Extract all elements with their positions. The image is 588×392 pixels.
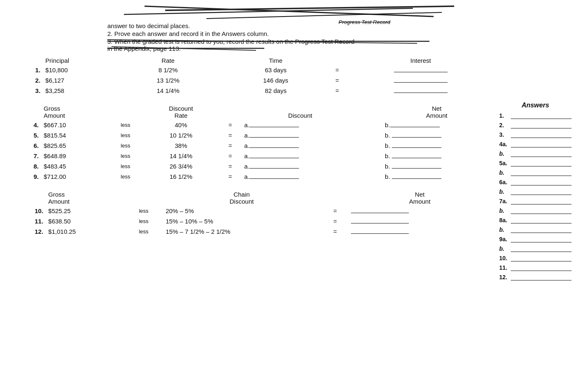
- svg-line-2: [124, 8, 413, 14]
- answer-6a: 6a.: [499, 179, 571, 185]
- section2-table: Gross Amount Discount Rate Discount Net …: [17, 104, 491, 182]
- row10-line: [351, 213, 409, 213]
- answer-2-line: [511, 128, 571, 128]
- header-chain-discount: Chain Discount: [161, 190, 322, 206]
- answer-6b: b.: [499, 188, 571, 195]
- row1-num: 1.: [17, 65, 43, 75]
- left-section: Principal Rate Time Interest 1. $10,800 …: [17, 56, 491, 283]
- section3-row12: 12. $1,010.25 less 15% – 7 1/2% – 2 1/2%…: [17, 226, 491, 237]
- row2-interest-line: [394, 82, 448, 83]
- row2-time: 146 days: [228, 75, 324, 86]
- section1-table: Principal Rate Time Interest 1. $10,800 …: [17, 56, 491, 96]
- answer-3-line: [511, 138, 571, 138]
- row8b-line: [392, 168, 441, 169]
- answer-12-line: [511, 280, 571, 280]
- answer-10-line: [511, 261, 571, 261]
- answer-11-line: [511, 271, 571, 271]
- section1-row1: 1. $10,800 8 1/2% 63 days =: [17, 65, 491, 75]
- answer-6a-line: [511, 185, 571, 185]
- header-gross-amount2: Gross Amount: [46, 190, 126, 206]
- answer-8a-line: [511, 223, 571, 223]
- answer-9a-line: [511, 242, 571, 242]
- svg-line-0: [145, 6, 434, 17]
- header-rate: Rate: [126, 56, 210, 65]
- answer-5a: 5a.: [499, 160, 571, 166]
- answer-5a-line: [511, 166, 571, 166]
- row7b-line: [392, 158, 441, 158]
- svg-line-1: [165, 6, 454, 10]
- row12-line: [351, 233, 409, 234]
- answer-2: 2.: [499, 122, 571, 128]
- header-interest: Interest: [351, 56, 491, 65]
- instr-line3: 3. When the graded test is returned to y…: [107, 38, 571, 45]
- section2-row4: 4. $667.10 less 40% = a. b.: [17, 120, 491, 130]
- answer-11: 11.: [499, 264, 571, 271]
- row4a-line: [249, 127, 299, 127]
- answer-1-line: [511, 119, 571, 119]
- section1-row3: 3. $3,258 14 1/4% 82 days =: [17, 86, 491, 96]
- answer-7b: b.: [499, 207, 571, 214]
- answer-4a-line: [511, 147, 571, 147]
- row6b-line: [392, 147, 441, 148]
- answer-10: 10.: [499, 255, 571, 261]
- answer-9a: 9a.: [499, 236, 571, 242]
- row3-num: 3.: [17, 86, 43, 96]
- answer-7a-line: [511, 204, 571, 204]
- header-discount: Discount: [243, 104, 358, 120]
- answer-9b: b.: [499, 245, 571, 252]
- row3-principal: $3,258: [43, 86, 126, 96]
- section3-row10: 10. $525.25 less 20% – 5% =: [17, 206, 491, 216]
- answer-4a: 4a.: [499, 141, 571, 147]
- section3-table: Gross Amount Chain Discount Net Amount: [17, 190, 491, 237]
- answer-5b-line: [511, 176, 571, 176]
- instructions-block: Progress Test Record answer to two decim…: [107, 4, 571, 52]
- header-net-amount: Net Amount: [382, 104, 491, 120]
- row2-rate: 13 1/2%: [126, 75, 210, 86]
- header-time: Time: [228, 56, 324, 65]
- instr-line1: answer to two decimal places.: [107, 22, 571, 29]
- answer-8b: b.: [499, 226, 571, 233]
- answers-header: Answers: [499, 102, 571, 109]
- answer-4b-line: [511, 157, 571, 157]
- row3-time: 82 days: [228, 86, 324, 96]
- row9b-line: [392, 178, 441, 179]
- answer-12: 12.: [499, 274, 571, 280]
- answer-8b-line: [511, 233, 571, 233]
- row3-interest-line: [394, 93, 448, 93]
- row1-time: 63 days: [228, 65, 324, 75]
- section2-row8: 8. $483.45 less 26 3/4% = a. b.: [17, 161, 491, 171]
- row7a-line: [249, 158, 299, 158]
- header-principal: Principal: [43, 56, 126, 65]
- answer-3: 3.: [499, 131, 571, 138]
- row6a-line: [249, 147, 299, 148]
- header-net-amount2: Net Amount: [349, 190, 491, 206]
- instr-line3b: in the Appendix, page 113.: [107, 45, 571, 52]
- answer-7a: 7a.: [499, 198, 571, 204]
- section1-row2: 2. $6,127 13 1/2% 146 days =: [17, 75, 491, 86]
- answer-6b-line: [511, 195, 571, 195]
- page: Progress Test Record answer to two decim…: [0, 0, 588, 392]
- section2-row5: 5. $815.54 less 10 1/2% = a. b.: [17, 130, 491, 140]
- instr-line2: 2. Prove each answer and record it in th…: [107, 30, 571, 37]
- row5a-line: [249, 137, 299, 138]
- section2-row7: 7. $648.89 less 14 1/4% = a. b.: [17, 151, 491, 161]
- row2-principal: $6,127: [43, 75, 126, 86]
- row1-principal: $10,800: [43, 65, 126, 75]
- row4b-line: [390, 127, 440, 127]
- row1-interest-line: [394, 72, 448, 72]
- answers-column: Answers 1. 2. 3. 4a. b.: [491, 56, 571, 283]
- svg-line-3: [206, 12, 442, 19]
- section2-row9: 9. $712.00 less 16 1/2% = a. b.: [17, 171, 491, 182]
- row2-num: 2.: [17, 75, 43, 86]
- answer-4b: b.: [499, 150, 571, 157]
- section2-row6: 6. $825.65 less 38% = a. b.: [17, 140, 491, 151]
- row8a-line: [249, 168, 299, 169]
- answer-7b-line: [511, 214, 571, 214]
- answer-8a: 8a.: [499, 217, 571, 223]
- answer-9b-line: [511, 252, 571, 252]
- row1-rate: 8 1/2%: [126, 65, 210, 75]
- row3-rate: 14 1/4%: [126, 86, 210, 96]
- row11-line: [351, 223, 409, 223]
- header-gross-amount: Gross Amount: [41, 104, 107, 120]
- header-discount-rate: Discount Rate: [144, 104, 218, 120]
